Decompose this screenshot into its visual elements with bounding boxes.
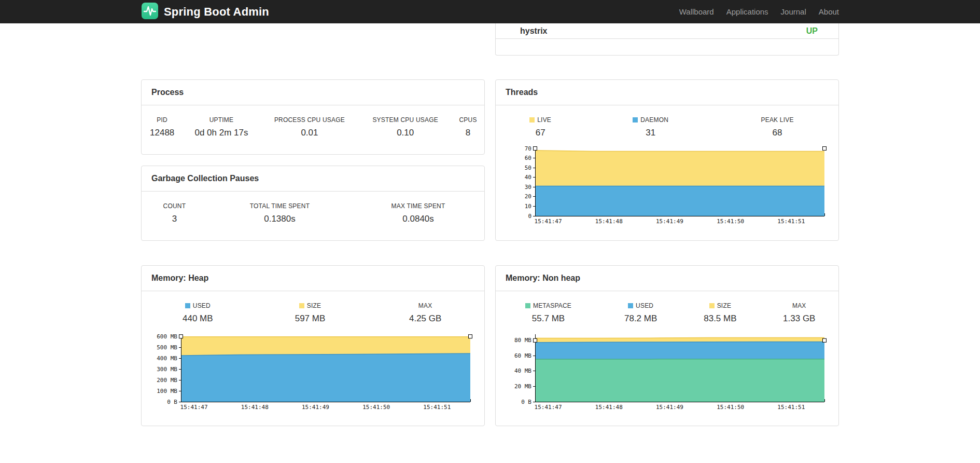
metric-value: 83.5 MB (680, 309, 760, 330)
metric-value: 0.0840s (352, 210, 484, 230)
metaspace-legend-swatch-icon (525, 303, 530, 308)
svg-text:300 MB: 300 MB (157, 366, 177, 373)
metric-label: CPUS (452, 105, 484, 124)
metric-label: PID (142, 105, 183, 124)
metric-value: 440 MB (142, 309, 254, 330)
gc-pauses-panel: Garbage Collection Pauses COUNT TOTAL TI… (141, 166, 485, 241)
metric-value: 78.2 MB (601, 309, 680, 330)
gc-metrics: COUNT TOTAL TIME SPENT MAX TIME SPENT 3 … (142, 192, 484, 230)
svg-text:20: 20 (525, 193, 531, 200)
metric-label: MAX (760, 291, 838, 309)
svg-text:60: 60 (525, 155, 531, 161)
navbar: Spring Boot Admin Wallboard Applications… (0, 0, 980, 23)
memory-nonheap-chart: 0 B20 MB40 MB60 MB80 MB15:41:4715:41:481… (496, 330, 838, 413)
svg-text:15:41:48: 15:41:48 (595, 218, 623, 225)
svg-text:50: 50 (525, 165, 531, 171)
memory-nonheap-chart-svg: 0 B20 MB40 MB60 MB80 MB15:41:4715:41:481… (496, 330, 838, 413)
svg-text:15:41:47: 15:41:47 (180, 404, 208, 411)
metric-value: 4.25 GB (366, 309, 484, 330)
metric-label: LIVE (496, 105, 585, 124)
metric-value: 0.10 (359, 124, 452, 144)
metric-label: MAX (366, 291, 484, 309)
metric-label: SYSTEM CPU USAGE (359, 105, 452, 124)
memory-nonheap-panel-title: Memory: Non heap (496, 266, 838, 291)
svg-text:15:41:49: 15:41:49 (656, 404, 683, 411)
threads-legend: LIVE DAEMON PEAK LIVE 67 31 68 (496, 105, 838, 144)
brand-title: Spring Boot Admin (164, 5, 269, 19)
svg-text:20 MB: 20 MB (514, 383, 531, 390)
svg-text:30: 30 (525, 184, 531, 190)
nav-links: Wallboard Applications Journal About (673, 7, 839, 16)
status-badge: UP (806, 26, 818, 36)
svg-text:0 B: 0 B (167, 399, 177, 405)
svg-text:15:41:50: 15:41:50 (362, 404, 390, 411)
svg-text:400 MB: 400 MB (157, 355, 177, 362)
threads-chart-svg: 01020304050607015:41:4715:41:4815:41:491… (496, 144, 838, 227)
metric-label: USED (601, 291, 680, 309)
svg-text:100 MB: 100 MB (157, 388, 177, 394)
nav-link-wallboard[interactable]: Wallboard (673, 7, 720, 16)
svg-text:15:41:48: 15:41:48 (241, 404, 269, 411)
svg-text:15:41:50: 15:41:50 (717, 404, 744, 411)
nav-link-journal[interactable]: Journal (775, 7, 813, 16)
svg-text:15:41:51: 15:41:51 (777, 404, 805, 411)
memory-nonheap-panel: Memory: Non heap METASPACE USED SIZE MAX… (495, 265, 839, 426)
used-legend-swatch-icon (185, 303, 190, 308)
metric-value: 0d 0h 2m 17s (183, 124, 260, 144)
memory-heap-chart-svg: 0 B100 MB200 MB300 MB400 MB500 MB600 MB1… (142, 330, 484, 413)
svg-text:500 MB: 500 MB (157, 344, 177, 351)
metric-value: 0.1380s (207, 210, 352, 230)
metric-value: 31 (585, 124, 716, 144)
svg-text:15:41:47: 15:41:47 (535, 404, 562, 411)
right-column: hystrix UP Threads LIVE DAEMON PEAK LIVE… (495, 23, 839, 426)
application-row-hystrix[interactable]: hystrix UP (496, 23, 838, 39)
metric-label: PEAK LIVE (716, 105, 838, 124)
metric-label: TOTAL TIME SPENT (207, 192, 352, 210)
metric-value: 8 (452, 124, 484, 144)
process-panel: Process PID UPTIME PROCESS CPU USAGE SYS… (141, 79, 485, 155)
svg-text:200 MB: 200 MB (157, 377, 177, 384)
left-column: Process PID UPTIME PROCESS CPU USAGE SYS… (141, 23, 485, 426)
nonheap-legend: METASPACE USED SIZE MAX 55.7 MB 78.2 MB … (496, 291, 838, 330)
svg-text:15:41:51: 15:41:51 (423, 404, 451, 411)
svg-text:70: 70 (525, 145, 531, 152)
metric-label: USED (142, 291, 254, 309)
nav-link-applications[interactable]: Applications (720, 7, 775, 16)
svg-text:15:41:48: 15:41:48 (595, 404, 623, 411)
svg-text:15:41:49: 15:41:49 (656, 218, 683, 225)
memory-heap-panel-title: Memory: Heap (142, 266, 484, 291)
metric-value: 55.7 MB (496, 309, 601, 330)
process-metrics: PID UPTIME PROCESS CPU USAGE SYSTEM CPU … (142, 105, 484, 144)
memory-heap-chart: 0 B100 MB200 MB300 MB400 MB500 MB600 MB1… (142, 330, 484, 413)
svg-text:600 MB: 600 MB (157, 333, 177, 340)
metric-value: 0.01 (260, 124, 359, 144)
metric-label: METASPACE (496, 291, 601, 309)
svg-text:40 MB: 40 MB (514, 367, 531, 374)
svg-text:15:41:51: 15:41:51 (777, 218, 805, 225)
svg-text:0 B: 0 B (521, 399, 531, 405)
brand-link[interactable]: Spring Boot Admin (141, 2, 269, 22)
live-legend-swatch-icon (529, 117, 535, 122)
metric-value: 3 (142, 210, 207, 230)
gc-pauses-panel-title: Garbage Collection Pauses (142, 166, 484, 192)
app-logo-icon (141, 2, 159, 22)
size-legend-swatch-icon (709, 303, 715, 308)
threads-chart: 01020304050607015:41:4715:41:4815:41:491… (496, 144, 838, 227)
metric-label: UPTIME (183, 105, 260, 124)
used-legend-swatch-icon (628, 303, 633, 308)
main-content: Process PID UPTIME PROCESS CPU USAGE SYS… (141, 23, 839, 426)
metric-label: COUNT (142, 192, 207, 210)
svg-text:60 MB: 60 MB (514, 352, 531, 359)
threads-panel-title: Threads (496, 80, 838, 105)
svg-text:15:41:49: 15:41:49 (302, 404, 329, 411)
heap-legend: USED SIZE MAX 440 MB 597 MB 4.25 GB (142, 291, 484, 330)
application-status-panel: hystrix UP (495, 23, 839, 56)
svg-text:15:41:47: 15:41:47 (535, 218, 562, 225)
metric-value: 597 MB (254, 309, 367, 330)
metric-label: PROCESS CPU USAGE (260, 105, 359, 124)
metric-value: 68 (716, 124, 838, 144)
threads-panel: Threads LIVE DAEMON PEAK LIVE 67 31 68 0… (495, 79, 839, 241)
metric-label: SIZE (254, 291, 367, 309)
metric-value: 12488 (142, 124, 183, 144)
nav-link-about[interactable]: About (813, 7, 839, 16)
